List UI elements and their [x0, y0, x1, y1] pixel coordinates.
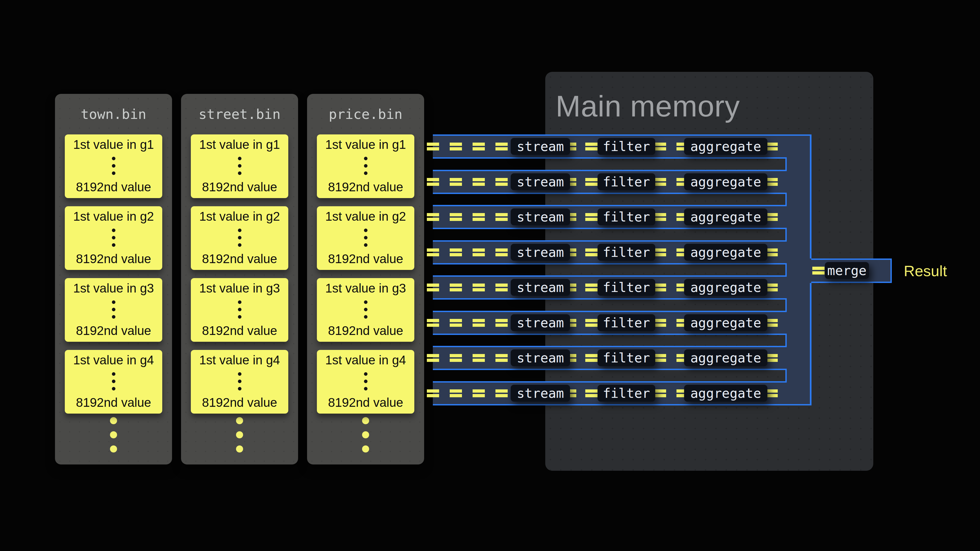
stage-chip-aggregate: aggregate: [684, 279, 767, 296]
pipeline-gap: [433, 193, 787, 206]
value-block-top-label: 1st value in g4: [73, 353, 154, 367]
flow-dash-icon: [495, 284, 508, 291]
merge-chip: merge: [825, 262, 869, 279]
value-block: 1st value in g48192nd value: [317, 350, 414, 414]
ellipsis-dot-icon: [112, 157, 115, 160]
stage-chip-aggregate: aggregate: [684, 173, 767, 190]
flow-dash-icon: [654, 143, 666, 151]
flow-dash-icon: [585, 178, 598, 186]
pipeline-row: streamfilteraggregate: [433, 240, 811, 265]
pipeline-gap: [433, 298, 787, 312]
merge-band: merge: [811, 259, 892, 283]
flow-dash-icon: [450, 213, 462, 221]
stage-chip-stream: stream: [511, 208, 570, 225]
pipeline-row: streamfilteraggregate: [433, 311, 811, 335]
stage-chip-aggregate: aggregate: [684, 349, 767, 366]
stage-chip-stream: stream: [511, 349, 570, 366]
stage-chip-aggregate: aggregate: [684, 244, 767, 261]
ellipsis-dot-icon: [112, 315, 115, 319]
value-block-bottom-label: 8192nd value: [202, 395, 277, 410]
stage-chip-filter: filter: [598, 385, 655, 402]
flow-dash-icon: [585, 248, 598, 256]
flow-dash-icon: [450, 248, 462, 256]
flow-dash-icon: [450, 389, 462, 397]
ellipsis-dot-icon: [362, 445, 369, 453]
stage-chip-filter: filter: [598, 279, 655, 296]
ellipsis-dot-icon: [238, 300, 242, 304]
value-block-top-label: 1st value in g1: [199, 137, 280, 152]
ellipsis-dot-icon: [364, 315, 368, 319]
flow-dash-icon: [585, 389, 598, 397]
ellipsis-dot-icon: [238, 308, 242, 311]
stage-chip-stream: stream: [511, 385, 570, 402]
value-block-ellipsis: [238, 372, 242, 391]
value-block-ellipsis: [238, 300, 242, 319]
file-column-town: town.bin1st value in g18192nd value1st v…: [55, 94, 172, 464]
ellipsis-dot-icon: [236, 445, 243, 453]
flow-dash-icon: [427, 284, 439, 291]
pipeline-row: streamfilteraggregate: [433, 275, 811, 300]
flow-dash-icon: [495, 319, 508, 327]
value-block-top-label: 1st value in g3: [199, 281, 280, 295]
ellipsis-dot-icon: [238, 236, 242, 240]
value-block: 1st value in g28192nd value: [65, 206, 162, 270]
ellipsis-dot-icon: [112, 243, 115, 247]
result-label: Result: [904, 259, 947, 283]
ellipsis-dot-icon: [112, 308, 115, 311]
ellipsis-dot-icon: [364, 387, 368, 391]
value-block-ellipsis: [112, 229, 115, 247]
flow-dash-icon: [495, 143, 508, 151]
value-block: 1st value in g18192nd value: [317, 134, 414, 198]
pipeline-gap: [433, 263, 787, 277]
flow-dash-icon: [495, 248, 508, 256]
file-column-header: street.bin: [181, 94, 298, 135]
column-ellipsis: [307, 417, 424, 453]
ellipsis-dot-icon: [364, 164, 368, 168]
flow-dash-icon: [427, 248, 439, 256]
value-block-bottom-label: 8192nd value: [328, 179, 403, 194]
flow-dash-icon: [427, 213, 439, 221]
flow-dash-icon: [473, 143, 485, 151]
flow-dash-icon: [450, 319, 462, 327]
stage-chip-stream: stream: [511, 173, 570, 190]
value-block-ellipsis: [364, 372, 368, 391]
value-block-bottom-label: 8192nd value: [202, 179, 277, 194]
pipeline-row: streamfilteraggregate: [433, 346, 811, 370]
value-block-bottom-label: 8192nd value: [202, 323, 277, 338]
value-block-top-label: 1st value in g2: [325, 209, 406, 224]
ellipsis-dot-icon: [364, 380, 368, 383]
stage-chip-filter: filter: [598, 138, 655, 155]
value-block: 1st value in g48192nd value: [65, 350, 162, 414]
value-block: 1st value in g18192nd value: [191, 134, 288, 198]
flow-dash-icon: [450, 178, 462, 186]
ellipsis-dot-icon: [112, 236, 115, 240]
pipeline-row: streamfilteraggregate: [433, 381, 811, 405]
flow-dash-icon: [473, 248, 485, 256]
flow-dash-icon: [495, 354, 508, 362]
ellipsis-dot-icon: [112, 164, 115, 168]
file-column-street: street.bin1st value in g18192nd value1st…: [181, 94, 298, 464]
value-block-ellipsis: [112, 372, 115, 391]
ellipsis-dot-icon: [110, 431, 117, 438]
ellipsis-dot-icon: [364, 308, 368, 311]
ellipsis-dot-icon: [110, 445, 117, 453]
flow-dash-icon: [495, 389, 508, 397]
ellipsis-dot-icon: [238, 387, 242, 391]
pipeline-gap: [433, 333, 787, 348]
value-block: 1st value in g28192nd value: [191, 206, 288, 270]
column-ellipsis: [55, 417, 172, 453]
stage-chip-stream: stream: [511, 314, 570, 331]
stage-chip-stream: stream: [511, 138, 570, 155]
pipeline-gap: [433, 228, 787, 241]
flow-dash-icon: [473, 178, 485, 186]
flow-dash-icon: [427, 319, 439, 327]
value-block-ellipsis: [238, 229, 242, 247]
stage-chip-aggregate: aggregate: [684, 314, 767, 331]
pipeline-spine: [787, 136, 811, 404]
value-block-bottom-label: 8192nd value: [328, 395, 403, 410]
pipeline-gap: [433, 157, 787, 171]
ellipsis-dot-icon: [238, 243, 242, 247]
flow-dash-icon: [495, 213, 508, 221]
value-block-bottom-label: 8192nd value: [76, 251, 151, 266]
stage-chip-filter: filter: [598, 314, 655, 331]
